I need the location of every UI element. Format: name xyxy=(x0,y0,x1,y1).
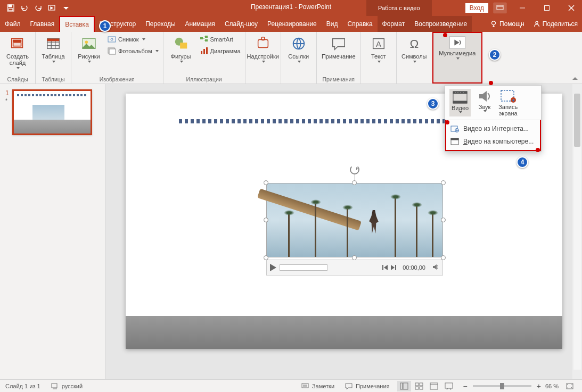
new-slide-label: Создать слайд xyxy=(6,53,29,66)
tab-slideshow[interactable]: Слайд-шоу xyxy=(220,16,263,32)
video-online-menu-item[interactable]: Видео из Интернета... xyxy=(446,122,540,135)
status-slide-count[interactable]: Слайд 1 из 1 xyxy=(0,383,46,389)
table-button[interactable]: Таблица xyxy=(39,34,68,63)
tab-insert[interactable]: Вставка xyxy=(59,16,95,32)
resize-handle[interactable] xyxy=(352,180,357,185)
new-slide-button[interactable]: Создать слайд xyxy=(3,34,32,69)
collapse-ribbon-icon[interactable] xyxy=(571,75,579,82)
tell-me-button[interactable]: Помощн xyxy=(486,16,529,32)
svg-rect-19 xyxy=(47,39,60,41)
svg-rect-58 xyxy=(400,383,403,389)
status-language[interactable]: русский xyxy=(46,382,88,390)
media-button[interactable]: Мультимедиа xyxy=(437,35,478,60)
qat-redo-icon[interactable] xyxy=(32,2,45,14)
screenrec-label: Запись экрана xyxy=(498,104,518,116)
minimize-button[interactable] xyxy=(512,0,533,16)
qat-start-from-beginning-icon[interactable] xyxy=(46,2,59,14)
view-sorter-button[interactable] xyxy=(412,381,426,391)
tab-format[interactable]: Формат xyxy=(378,16,410,32)
text-button[interactable]: A Текст xyxy=(364,34,393,63)
photoalbum-button[interactable]: Фотоальбом xyxy=(106,46,160,56)
skip-back-button[interactable] xyxy=(382,265,388,270)
status-comments-button[interactable]: Примечания xyxy=(340,382,395,390)
group-illustrations-label: Иллюстрации xyxy=(186,76,222,82)
login-button[interactable]: Вход xyxy=(465,3,488,13)
video-player-bar: 00:00,00 xyxy=(266,260,443,276)
screenshot-button[interactable]: Снимок xyxy=(106,34,160,45)
svg-rect-64 xyxy=(430,383,438,389)
svg-rect-32 xyxy=(203,49,205,54)
svg-point-10 xyxy=(536,21,538,23)
text-label: Текст xyxy=(371,53,386,60)
links-button[interactable]: Ссылки xyxy=(284,34,313,63)
svg-rect-45 xyxy=(460,92,461,93)
status-notes-label: Заметки xyxy=(312,383,334,389)
shapes-button[interactable]: Фигуры xyxy=(167,34,195,63)
callout-2: 2 xyxy=(489,49,501,61)
tab-home[interactable]: Главная xyxy=(26,16,60,32)
vertical-scrollbar[interactable] xyxy=(572,84,582,379)
svg-rect-25 xyxy=(109,49,116,54)
view-reading-button[interactable] xyxy=(427,381,441,391)
slide-thumbnail-1[interactable] xyxy=(12,89,92,135)
zoom-out-button[interactable]: − xyxy=(463,382,468,390)
view-normal-button[interactable] xyxy=(397,381,411,391)
svg-rect-46 xyxy=(463,92,464,93)
video-object[interactable] xyxy=(266,183,443,257)
svg-rect-30 xyxy=(205,39,208,41)
screenrec-button[interactable]: + Запись экрана xyxy=(498,89,518,116)
maximize-button[interactable] xyxy=(536,0,558,16)
pictures-button[interactable]: Рисунки xyxy=(75,34,103,63)
window-title: Презентация1 - PowerPoint xyxy=(251,3,331,11)
links-label: Ссылки xyxy=(288,53,309,60)
tab-playback[interactable]: Воспроизведение xyxy=(409,16,472,32)
video-online-label: Видео из Интернета... xyxy=(463,125,529,132)
svg-rect-42 xyxy=(453,101,467,103)
callout-3: 3 xyxy=(427,98,439,110)
video-dropdown-button[interactable]: Видео xyxy=(449,89,471,116)
svg-rect-2 xyxy=(9,9,13,11)
chart-label: Диаграмма xyxy=(210,48,241,54)
tab-help[interactable]: Справка xyxy=(342,16,377,32)
close-button[interactable] xyxy=(561,0,582,16)
svg-rect-6 xyxy=(545,6,550,11)
status-comments-label: Примечания xyxy=(356,383,390,389)
svg-rect-66 xyxy=(445,383,453,388)
symbols-button[interactable]: Ω Символы xyxy=(400,34,429,63)
play-button[interactable] xyxy=(270,264,276,271)
ribbon-display-options-icon[interactable] xyxy=(494,3,506,13)
group-addins-label xyxy=(262,76,264,82)
zoom-percent[interactable]: 66 % xyxy=(545,383,559,389)
svg-text:Ω: Ω xyxy=(409,37,419,51)
tab-view[interactable]: Вид xyxy=(322,16,343,32)
comment-button[interactable]: Примечание xyxy=(320,34,357,60)
video-fromfile-menu-item[interactable]: ВВидео на компьютере...идео на компьютер… xyxy=(446,135,540,148)
rotate-handle[interactable] xyxy=(350,165,359,174)
tab-review[interactable]: Рецензирование xyxy=(263,16,322,32)
resize-handle[interactable] xyxy=(264,180,268,185)
resize-handle[interactable] xyxy=(441,218,446,222)
qat-save-icon[interactable] xyxy=(4,2,17,14)
tab-animation[interactable]: Анимация xyxy=(181,16,220,32)
svg-point-21 xyxy=(85,40,88,44)
qat-customize-icon[interactable] xyxy=(60,2,72,14)
zoom-slider[interactable] xyxy=(473,385,531,387)
smartart-button[interactable]: SmartArt xyxy=(199,34,242,45)
addins-button[interactable]: Надстройки xyxy=(249,34,277,63)
resize-handle[interactable] xyxy=(441,180,446,185)
group-symbols-label xyxy=(413,76,415,82)
view-slideshow-button[interactable] xyxy=(442,381,456,391)
fit-to-window-button[interactable] xyxy=(563,381,577,391)
seek-bar[interactable] xyxy=(280,264,327,271)
share-button[interactable]: Поделиться xyxy=(529,16,582,32)
qat-undo-icon[interactable] xyxy=(18,2,31,14)
chart-button[interactable]: Диаграмма xyxy=(199,46,242,56)
resize-handle[interactable] xyxy=(264,218,268,222)
skip-forward-button[interactable] xyxy=(391,265,396,270)
zoom-in-button[interactable]: + xyxy=(537,382,541,390)
tab-file[interactable]: Файл xyxy=(0,16,26,32)
audio-dropdown-button[interactable]: Звук xyxy=(476,89,493,116)
status-notes-button[interactable]: Заметки xyxy=(296,382,340,390)
volume-button[interactable] xyxy=(432,263,439,272)
tab-transitions[interactable]: Переходы xyxy=(141,16,180,32)
